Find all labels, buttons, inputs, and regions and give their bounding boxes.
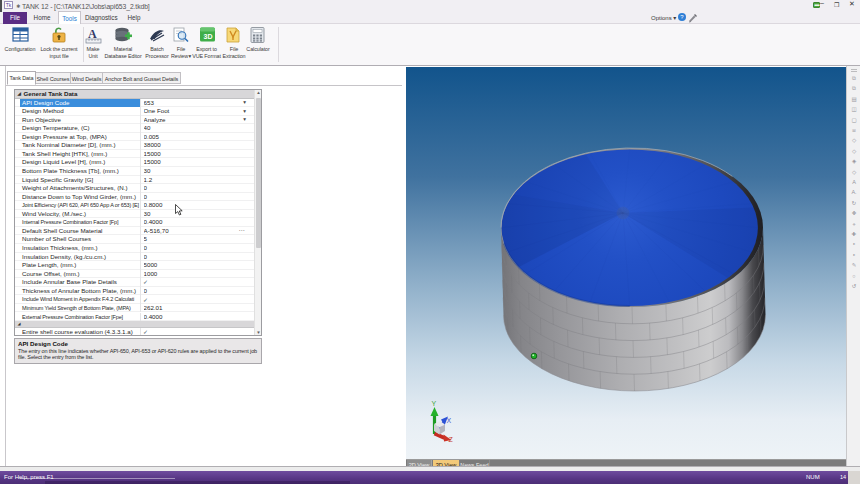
svg-text:Z: Z [449,436,454,443]
svg-text:Y: Y [432,400,437,407]
svg-text:3D: 3D [204,33,213,40]
svg-text:X: X [447,417,452,424]
